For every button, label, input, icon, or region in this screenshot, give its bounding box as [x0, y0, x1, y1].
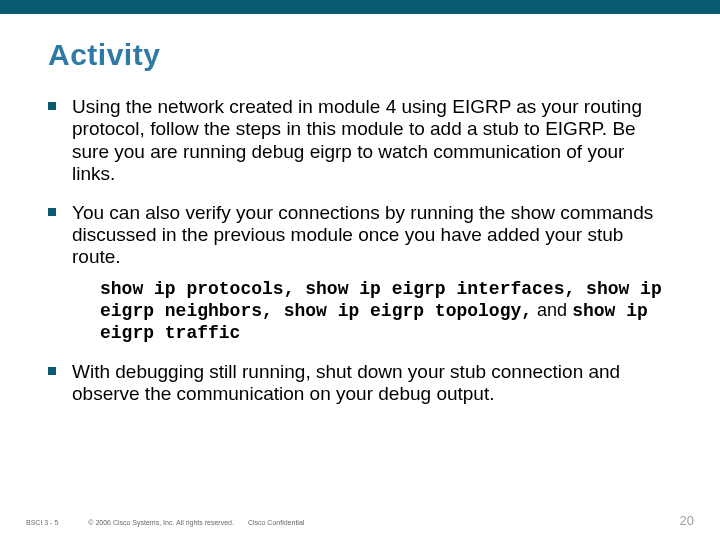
page-number: 20: [680, 513, 694, 528]
slide-title: Activity: [48, 38, 672, 72]
nonmono-text: and: [532, 300, 572, 320]
footer-label: BSCI 3 - 5: [26, 519, 58, 526]
bullet-list: Using the network created in module 4 us…: [48, 96, 672, 405]
bullet-item: Using the network created in module 4 us…: [48, 96, 672, 186]
footer-copyright: © 2006 Cisco Systems, Inc. All rights re…: [88, 519, 234, 526]
sub-commands: show ip protocols, show ip eigrp interfa…: [72, 279, 672, 345]
bullet-text: You can also verify your connections by …: [72, 202, 653, 268]
top-accent-bar: [0, 0, 720, 14]
slide: Activity Using the network created in mo…: [0, 0, 720, 540]
footer-confidential: Cisco Confidential: [248, 519, 304, 526]
bullet-text: Using the network created in module 4 us…: [72, 96, 642, 184]
bullet-item: You can also verify your connections by …: [48, 202, 672, 345]
slide-footer: BSCI 3 - 5 © 2006 Cisco Systems, Inc. Al…: [0, 513, 720, 528]
bullet-text: With debugging still running, shut down …: [72, 361, 620, 404]
slide-body: Activity Using the network created in mo…: [0, 14, 720, 540]
bullet-item: With debugging still running, shut down …: [48, 361, 672, 406]
